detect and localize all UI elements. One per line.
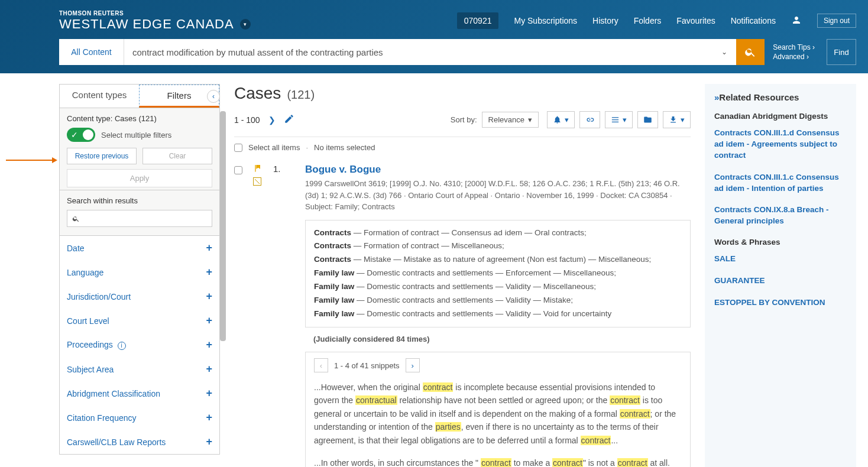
detail-button[interactable]: ▾: [605, 111, 633, 128]
next-page-button[interactable]: ❯: [268, 115, 276, 125]
select-all-checkbox[interactable]: [234, 144, 242, 152]
session-badge[interactable]: 070921: [457, 12, 499, 29]
plus-icon: +: [206, 339, 212, 351]
search-scope-button[interactable]: All Content: [59, 39, 124, 65]
plus-icon: +: [206, 363, 212, 375]
search-dropdown-icon[interactable]: ⌄: [712, 39, 736, 65]
result-count: (121): [287, 88, 315, 102]
related-title: Related Resources: [714, 92, 847, 102]
top-nav: 070921 My Subscriptions History Folders …: [457, 12, 856, 29]
search-bar: All Content ⌄ Search Tips › Advanced › F…: [59, 39, 856, 65]
related-link[interactable]: ESTOPPEL BY CONVENTION: [714, 297, 847, 309]
plus-icon: +: [206, 290, 212, 303]
filter-date[interactable]: Date+: [60, 236, 219, 260]
plus-icon: +: [206, 387, 212, 400]
related-link[interactable]: Contracts CON.III.1.c Consensus ad idem …: [714, 172, 847, 194]
result-item: 1. Bogue v. Bogue 1999 CarswellOnt 3619;…: [234, 160, 691, 467]
search-icon: [744, 46, 756, 58]
snippet-text: ...However, when the original contract i…: [306, 378, 690, 454]
filter-controls-box: Content type: Cases (121) ✓ Select multi…: [59, 108, 220, 190]
result-range: 1 - 100: [234, 115, 260, 125]
user-icon[interactable]: [791, 15, 802, 27]
folder-button[interactable]: [637, 111, 658, 128]
filter-proceedings[interactable]: Proceedings i+: [60, 333, 219, 357]
sort-dropdown[interactable]: Relevance ▾: [482, 112, 539, 128]
link-icon: [585, 115, 594, 124]
history-icon[interactable]: [253, 177, 261, 186]
search-input-wrap: [124, 39, 712, 65]
nav-folders[interactable]: Folders: [634, 16, 662, 25]
snippet-text: ...In other words, in such circumstances…: [306, 454, 690, 467]
multi-filter-toggle[interactable]: ✓: [67, 128, 95, 142]
related-section-digests: Canadian Abridgment Digests: [714, 112, 847, 121]
advanced-link[interactable]: Advanced ›: [773, 53, 815, 61]
link-button[interactable]: [579, 111, 600, 128]
search-tips-link[interactable]: Search Tips ›: [773, 43, 815, 51]
chevron-down-icon: ▾: [528, 115, 532, 124]
judicially-considered: (Judicially considered 84 times): [313, 335, 691, 343]
related-link[interactable]: Contracts CON.III.1.d Consensus ad idem …: [714, 128, 847, 161]
signout-button[interactable]: Sign out: [817, 14, 856, 28]
plus-icon: +: [206, 266, 212, 278]
sidebar: Content types Filters ‹ Content type: Ca…: [59, 84, 220, 467]
download-button[interactable]: ▾: [663, 111, 691, 128]
snippet-next-button[interactable]: ›: [406, 358, 420, 372]
filter-language[interactable]: Language+: [60, 260, 219, 284]
filter-jurisdiction[interactable]: Jurisdiction/Court+: [60, 284, 219, 309]
search-within-box: Search within results: [59, 190, 220, 236]
nav-history[interactable]: History: [592, 16, 618, 25]
filter-list: Date+ Language+ Jurisdiction/Court+ Cour…: [59, 236, 220, 455]
related-link[interactable]: Contracts CON.IX.8.a Breach - General pr…: [714, 205, 847, 227]
filter-subject-area[interactable]: Subject Area+: [60, 357, 219, 381]
filter-abridgment[interactable]: Abridgment Classification+: [60, 381, 219, 406]
sidebar-scrollbar[interactable]: [220, 111, 226, 467]
plus-icon: +: [206, 436, 212, 448]
plus-icon: +: [206, 242, 212, 254]
filter-carswell[interactable]: Carswell/CLB Law Reports+: [60, 430, 219, 454]
restore-previous-button[interactable]: Restore previous: [67, 148, 137, 164]
search-within-input[interactable]: [83, 214, 207, 223]
search-within-icon: [72, 215, 80, 223]
sort-label: Sort by:: [451, 115, 477, 124]
result-checkbox[interactable]: [234, 166, 242, 174]
main-content: Cases (121) 1 - 100 ❯ Sort by: Relevance…: [234, 84, 691, 467]
app-header: THOMSON REUTERS WESTLAW EDGE CANADA ▾ 07…: [0, 0, 868, 73]
list-icon: [611, 115, 620, 124]
page-title: Cases: [234, 84, 281, 103]
company-name: THOMSON REUTERS: [59, 10, 251, 17]
bell-icon: [553, 115, 562, 124]
related-link[interactable]: SALE: [714, 254, 847, 265]
info-icon[interactable]: i: [118, 342, 126, 350]
topic-box: Contracts — Formation of contract — Cons…: [305, 220, 691, 328]
flag-icon[interactable]: [253, 164, 263, 175]
sidebar-tabs: Content types Filters ‹: [59, 84, 220, 108]
alert-button[interactable]: ▾: [547, 111, 575, 128]
nav-favourites[interactable]: Favourites: [676, 16, 715, 25]
collapse-sidebar-button[interactable]: ‹: [207, 90, 220, 103]
results-toolbar: 1 - 100 ❯ Sort by: Relevance ▾ ▾ ▾ ▾: [234, 108, 691, 137]
snippet-range: 1 - 4 of 41 snippets: [334, 361, 400, 370]
search-button[interactable]: [736, 39, 765, 65]
result-title-link[interactable]: Bogue v. Bogue: [305, 164, 691, 176]
plus-icon: +: [206, 314, 212, 327]
edit-search-button[interactable]: [284, 113, 294, 126]
tab-content-types[interactable]: Content types: [60, 85, 139, 108]
result-citation: 1999 CarswellOnt 3619; [1999] O.J. No. 4…: [305, 178, 691, 213]
brand-block: THOMSON REUTERS WESTLAW EDGE CANADA ▾: [59, 10, 251, 32]
related-link[interactable]: GUARANTEE: [714, 275, 847, 287]
filter-court-level[interactable]: Court Level+: [60, 309, 219, 333]
clear-button: Clear: [142, 148, 212, 164]
find-button[interactable]: Find: [827, 39, 856, 65]
search-input[interactable]: [132, 47, 704, 57]
product-name: WESTLAW EDGE CANADA: [59, 17, 234, 32]
filter-citation-freq[interactable]: Citation Frequency+: [60, 406, 219, 430]
nav-notifications[interactable]: Notifications: [731, 16, 776, 25]
related-resources-panel: Related Resources Canadian Abridgment Di…: [705, 84, 856, 467]
selection-status: No items selected: [314, 143, 375, 152]
product-dropdown-icon[interactable]: ▾: [240, 19, 251, 30]
snippet-box: ‹ 1 - 4 of 41 snippets › ...However, whe…: [305, 352, 691, 467]
folder-icon: [643, 115, 652, 124]
nav-subscriptions[interactable]: My Subscriptions: [514, 16, 577, 25]
content-type-label: Content type: Cases (121): [67, 114, 212, 123]
select-all-label: Select all items: [248, 143, 300, 152]
